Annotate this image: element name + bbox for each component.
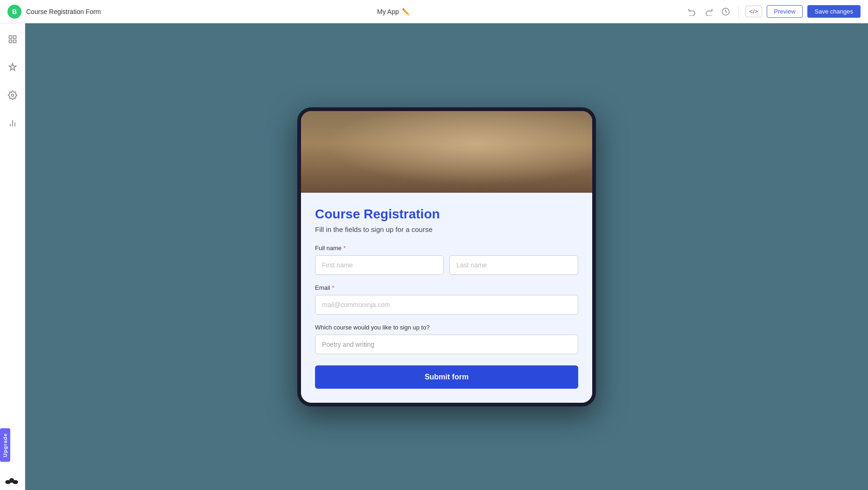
last-name-input[interactable]	[449, 255, 578, 275]
svg-rect-4	[13, 40, 16, 43]
device-inner: OUL Course Registration Fill in the fiel…	[301, 111, 592, 403]
email-required: *	[332, 284, 334, 291]
form-content: Course Registration Fill in the fields t…	[301, 193, 592, 403]
course-label: Which course would you like to sign up t…	[315, 324, 578, 331]
name-row	[315, 255, 578, 275]
app-name-label: My App	[377, 8, 399, 15]
submit-button[interactable]: Submit form	[315, 365, 578, 389]
sidebar: Upgrade	[0, 23, 25, 490]
form-subtitle: Fill in the fields to sign up for a cour…	[315, 225, 578, 233]
topbar-right: </> Preview Save changes	[686, 5, 861, 18]
sidebar-item-pin[interactable]	[4, 59, 21, 76]
sidebar-item-grid[interactable]	[4, 31, 21, 48]
sidebar-item-settings[interactable]	[4, 87, 21, 104]
svg-rect-3	[9, 40, 12, 43]
topbar: B Course Registration Form My App ✏️ </>…	[0, 0, 868, 23]
form-hero-image: OUL	[301, 111, 592, 193]
first-name-input[interactable]	[315, 255, 444, 275]
full-name-label: Full name *	[315, 245, 578, 252]
svg-line-20	[400, 167, 512, 170]
save-button[interactable]: Save changes	[807, 5, 861, 18]
topbar-left: B Course Registration Form	[7, 5, 101, 19]
upgrade-badge[interactable]: Upgrade	[0, 428, 10, 462]
svg-rect-12	[7, 481, 16, 483]
svg-point-28	[559, 133, 573, 154]
svg-point-25	[511, 125, 579, 176]
sidebar-footer-logo	[5, 476, 21, 485]
sidebar-item-chart[interactable]	[4, 115, 21, 132]
svg-marker-23	[515, 180, 520, 188]
topbar-divider	[738, 6, 739, 17]
svg-rect-22	[517, 144, 530, 181]
topbar-center: My App ✏️	[377, 8, 410, 15]
email-input[interactable]	[315, 295, 578, 315]
device-frame: OUL Course Registration Fill in the fiel…	[297, 107, 596, 406]
svg-text:OUL: OUL	[320, 139, 335, 149]
svg-rect-14	[301, 130, 592, 193]
undo-button[interactable]	[686, 6, 698, 18]
edit-app-name-icon[interactable]: ✏️	[402, 8, 410, 15]
course-group: Which course would you like to sign up t…	[315, 324, 578, 354]
svg-rect-32	[311, 121, 340, 161]
svg-point-27	[550, 129, 567, 154]
svg-rect-2	[13, 36, 16, 39]
svg-rect-16	[394, 136, 518, 188]
email-label: Email *	[315, 284, 578, 291]
page-title: Course Registration Form	[26, 8, 101, 15]
svg-line-19	[400, 161, 512, 164]
svg-point-30	[572, 144, 580, 161]
svg-line-21	[400, 173, 512, 175]
svg-point-26	[510, 140, 561, 175]
history-button[interactable]	[720, 6, 732, 18]
main-layout: Upgrade	[0, 23, 868, 490]
svg-rect-24	[526, 143, 530, 147]
form-title: Course Registration	[315, 207, 578, 222]
preview-button[interactable]: Preview	[767, 5, 802, 18]
app-logo: B	[7, 5, 21, 19]
course-input[interactable]	[315, 335, 578, 354]
svg-point-5	[11, 94, 14, 97]
code-button[interactable]: </>	[745, 6, 763, 17]
svg-rect-31	[308, 118, 343, 164]
svg-line-17	[400, 150, 512, 153]
full-name-required: *	[343, 245, 346, 252]
redo-button[interactable]	[703, 6, 715, 18]
canvas-area: OUL Course Registration Fill in the fiel…	[25, 23, 868, 490]
svg-rect-13	[301, 111, 592, 193]
svg-rect-1	[9, 36, 12, 39]
full-name-group: Full name *	[315, 245, 578, 275]
svg-line-18	[400, 156, 512, 159]
svg-point-29	[567, 137, 577, 157]
svg-rect-15	[389, 131, 524, 193]
email-group: Email *	[315, 284, 578, 315]
